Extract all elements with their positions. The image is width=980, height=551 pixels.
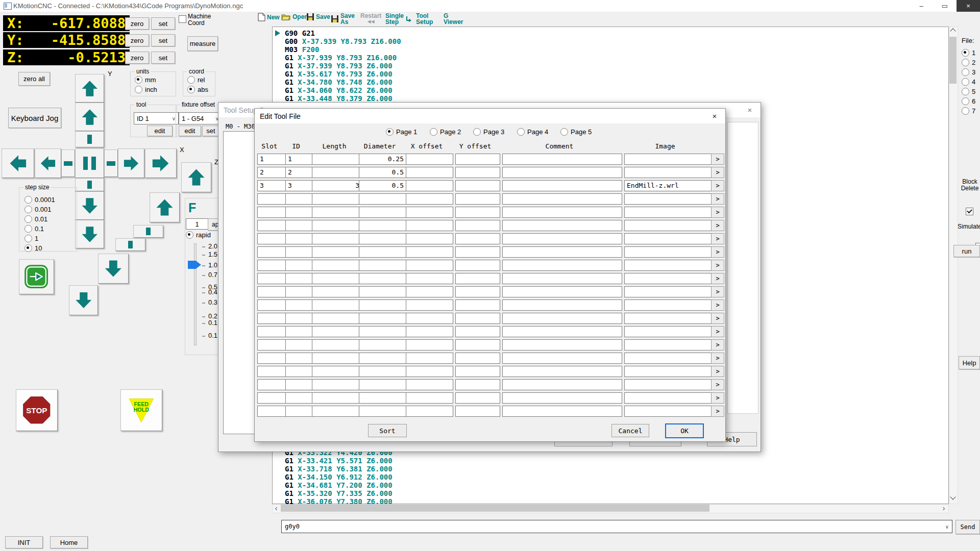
cancel-button[interactable]: Cancel bbox=[611, 424, 649, 437]
radio-abs[interactable]: abs bbox=[187, 86, 208, 93]
tool-cell-image[interactable] bbox=[624, 233, 712, 244]
feed-slider-track[interactable] bbox=[194, 243, 197, 345]
image-browse-button[interactable]: > bbox=[711, 233, 724, 244]
jog-pause-button[interactable] bbox=[75, 148, 104, 178]
tool-cell-slot[interactable] bbox=[257, 193, 287, 205]
maximize-button[interactable]: ▭ bbox=[933, 0, 957, 12]
radio-5[interactable]: 5 bbox=[962, 88, 975, 95]
tool-cell-id[interactable] bbox=[285, 339, 312, 350]
tool-cell-diameter[interactable]: 0.25 bbox=[359, 154, 406, 165]
tool-cell-y_offset[interactable] bbox=[455, 273, 500, 284]
tool-cell-id[interactable] bbox=[285, 406, 312, 417]
tool-cell-comment[interactable] bbox=[502, 313, 622, 324]
tool-cell-id[interactable] bbox=[285, 392, 312, 404]
tool-cell-comment[interactable] bbox=[502, 286, 622, 297]
tool-cell-y_offset[interactable] bbox=[455, 207, 500, 218]
radio-rapid[interactable]: rapid bbox=[186, 231, 211, 239]
tool-cell-length[interactable] bbox=[312, 406, 362, 417]
tool-cell-y_offset[interactable] bbox=[455, 233, 500, 244]
jog-y-minus-step-button[interactable] bbox=[75, 178, 104, 191]
tool-cell-comment[interactable] bbox=[502, 207, 622, 218]
tool-cell-id[interactable] bbox=[285, 260, 312, 271]
image-browse-button[interactable]: > bbox=[711, 154, 724, 165]
tool-cell-comment[interactable] bbox=[502, 273, 622, 284]
tool-cell-slot[interactable] bbox=[257, 286, 287, 297]
zero-all-button[interactable]: zero all bbox=[18, 72, 50, 86]
fixture-set-button[interactable]: set bbox=[202, 126, 219, 136]
tool-cell-x_offset[interactable] bbox=[406, 193, 453, 205]
tool-cell-diameter[interactable] bbox=[359, 207, 406, 218]
tool-cell-slot[interactable] bbox=[257, 246, 287, 258]
tool-cell-id[interactable] bbox=[285, 246, 312, 258]
image-browse-button[interactable]: > bbox=[711, 220, 724, 231]
tool-cell-x_offset[interactable] bbox=[406, 233, 453, 244]
tool-cell-length[interactable] bbox=[312, 339, 362, 350]
zero-z-button[interactable]: zero bbox=[125, 52, 149, 64]
fixture-edit-button[interactable]: edit bbox=[179, 126, 201, 136]
image-browse-button[interactable]: > bbox=[711, 299, 724, 311]
image-browse-button[interactable]: > bbox=[711, 379, 724, 390]
jog-x-minus-step-button[interactable] bbox=[61, 149, 75, 177]
tool-cell-id[interactable]: 2 bbox=[285, 167, 312, 178]
tool-cell-diameter[interactable] bbox=[359, 220, 406, 231]
tool-cell-x_offset[interactable] bbox=[406, 353, 453, 364]
jog-z-plus-button[interactable] bbox=[150, 192, 180, 222]
radio-inch[interactable]: inch bbox=[135, 86, 157, 93]
tool-cell-diameter[interactable] bbox=[359, 260, 406, 271]
zero-y-button[interactable]: zero bbox=[125, 34, 149, 46]
image-browse-button[interactable]: > bbox=[711, 260, 724, 271]
scroll-down-icon[interactable] bbox=[949, 494, 957, 501]
tool-cell-y_offset[interactable] bbox=[455, 167, 500, 178]
tool-cell-slot[interactable] bbox=[257, 260, 287, 271]
tool-cell-image[interactable] bbox=[624, 379, 712, 390]
set-x-button[interactable]: set bbox=[151, 17, 175, 30]
image-browse-button[interactable]: > bbox=[711, 273, 724, 284]
tool-cell-id[interactable] bbox=[285, 313, 312, 324]
tool-cell-slot[interactable]: 3 bbox=[257, 180, 287, 191]
single-step-button[interactable]: Single Step bbox=[385, 13, 412, 25]
tool-cell-x_offset[interactable] bbox=[406, 154, 453, 165]
tool-cell-y_offset[interactable] bbox=[455, 353, 500, 364]
tool-cell-length[interactable] bbox=[312, 260, 362, 271]
zero-x-button[interactable]: zero bbox=[125, 17, 149, 30]
tool-cell-x_offset[interactable] bbox=[406, 246, 453, 258]
tool-cell-y_offset[interactable] bbox=[455, 246, 500, 258]
tool-cell-comment[interactable] bbox=[502, 406, 622, 417]
tool-cell-x_offset[interactable] bbox=[406, 220, 453, 231]
jog-z-plus-step-button[interactable] bbox=[133, 225, 163, 238]
tool-cell-slot[interactable] bbox=[257, 313, 287, 324]
jog-x-plus-step-button[interactable] bbox=[104, 149, 118, 177]
image-browse-button[interactable]: > bbox=[711, 167, 724, 178]
run-button[interactable]: run bbox=[953, 245, 980, 257]
tool-cell-x_offset[interactable] bbox=[406, 392, 453, 404]
tool-cell-image[interactable] bbox=[624, 273, 712, 284]
tool-cell-slot[interactable] bbox=[257, 273, 287, 284]
jog-y-plus-button[interactable] bbox=[75, 103, 104, 131]
set-z-button[interactable]: set bbox=[151, 52, 175, 64]
tool-cell-x_offset[interactable] bbox=[406, 207, 453, 218]
init-button[interactable]: INIT bbox=[5, 536, 43, 548]
tool-cell-x_offset[interactable] bbox=[406, 260, 453, 271]
tool-cell-id[interactable] bbox=[285, 379, 312, 390]
tool-cell-diameter[interactable] bbox=[359, 392, 406, 404]
tool-cell-x_offset[interactable] bbox=[406, 167, 453, 178]
tool-cell-x_offset[interactable] bbox=[406, 366, 453, 377]
radio-0-1[interactable]: 0.1 bbox=[24, 225, 44, 233]
tool-cell-id[interactable]: 1 bbox=[285, 154, 312, 165]
tool-cell-diameter[interactable] bbox=[359, 313, 406, 324]
radio-2[interactable]: 2 bbox=[962, 59, 975, 66]
tool-cell-length[interactable] bbox=[312, 246, 362, 258]
tool-cell-y_offset[interactable] bbox=[455, 260, 500, 271]
gcode-vscrollbar[interactable] bbox=[949, 27, 958, 504]
feed-hold-button[interactable]: FEED HOLD bbox=[120, 389, 162, 431]
image-browse-button[interactable]: > bbox=[711, 406, 724, 417]
go-button[interactable] bbox=[19, 259, 54, 294]
image-browse-button[interactable]: > bbox=[711, 180, 724, 191]
tool-cell-image[interactable] bbox=[624, 406, 712, 417]
save-as-button[interactable]: Save As bbox=[331, 13, 355, 25]
radio-10[interactable]: 10 bbox=[24, 244, 42, 252]
vscrollbar-thumb[interactable] bbox=[949, 37, 957, 84]
image-browse-button[interactable]: > bbox=[711, 339, 724, 350]
tool-cell-diameter[interactable] bbox=[359, 193, 406, 205]
tool-cell-length[interactable] bbox=[312, 366, 362, 377]
